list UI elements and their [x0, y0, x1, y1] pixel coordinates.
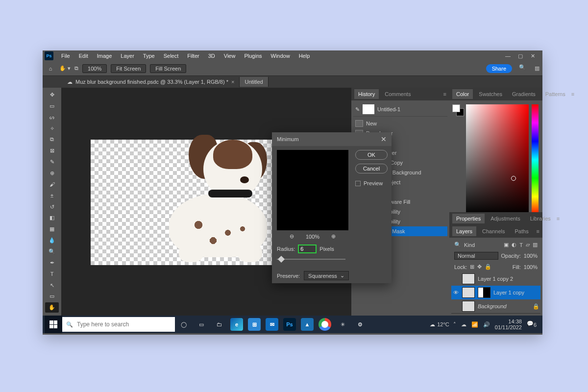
- close-tab-icon[interactable]: ×: [231, 79, 234, 85]
- lock-position-icon[interactable]: ✥: [477, 264, 482, 270]
- system-tray[interactable]: ˄ ☁ 📶 🔊 14:3801/11/2022 💬6: [449, 318, 540, 330]
- fit-screen-button[interactable]: Fit Screen: [111, 64, 146, 73]
- photoshop-taskbar-icon[interactable]: Ps: [281, 316, 298, 333]
- color-panel[interactable]: [449, 100, 542, 212]
- minimize-button[interactable]: ―: [505, 53, 511, 59]
- arrange-icon[interactable]: ▥: [535, 65, 539, 72]
- share-button[interactable]: Share: [486, 64, 512, 73]
- hue-slider[interactable]: [532, 104, 539, 212]
- stamp-tool[interactable]: ±: [45, 191, 59, 201]
- cloud-sync-icon[interactable]: ☁: [461, 321, 466, 328]
- panel-menu-icon[interactable]: ≡: [571, 91, 574, 97]
- color-field[interactable]: [466, 104, 529, 212]
- fill-screen-button[interactable]: Fill Screen: [150, 64, 186, 73]
- filter-preview[interactable]: [277, 150, 348, 230]
- properties-tab[interactable]: Properties: [452, 214, 485, 223]
- dialog-titlebar[interactable]: Minimum ✕: [272, 132, 392, 146]
- menu-3d[interactable]: 3D: [204, 51, 219, 60]
- libraries-tab[interactable]: Libraries: [526, 214, 555, 223]
- gradient-tool[interactable]: ▦: [45, 224, 59, 234]
- blur-tool[interactable]: 💧: [45, 235, 59, 245]
- adjustments-tab[interactable]: Adjustments: [487, 214, 524, 223]
- visibility-icon[interactable]: 👁: [452, 290, 459, 295]
- panel-menu-icon[interactable]: ≡: [537, 228, 539, 234]
- chrome-icon[interactable]: [316, 316, 334, 333]
- history-brush-tool[interactable]: ↺: [45, 202, 59, 212]
- swatches-tab[interactable]: Swatches: [475, 89, 506, 99]
- scroll-all-icon[interactable]: ⧉: [74, 65, 78, 72]
- history-tab[interactable]: History: [354, 89, 379, 99]
- menu-select[interactable]: Select: [160, 51, 183, 60]
- weather-widget[interactable]: ☁ 12°C: [430, 321, 449, 328]
- document-canvas[interactable]: [91, 140, 279, 265]
- gradients-tab[interactable]: Gradients: [508, 89, 539, 99]
- maximize-button[interactable]: ▢: [518, 53, 524, 59]
- frame-tool[interactable]: ⊠: [45, 146, 59, 156]
- edge-icon[interactable]: e: [228, 316, 245, 333]
- brush-tool[interactable]: 🖌: [45, 179, 59, 190]
- layer-row[interactable]: 👁Layer 1 copy: [451, 286, 540, 299]
- filter-pixel-icon[interactable]: ▣: [504, 242, 509, 248]
- opacity-value[interactable]: 100%: [524, 253, 538, 259]
- clock[interactable]: 14:3801/11/2022: [495, 318, 522, 330]
- menu-edit[interactable]: Edit: [75, 51, 92, 60]
- home-icon[interactable]: ⌂: [46, 64, 55, 73]
- doc-tab-1[interactable]: ☁ Muz blur background finished.psdc @ 33…: [62, 77, 240, 87]
- zoom-out-icon[interactable]: ⊖: [290, 233, 294, 240]
- ok-button[interactable]: OK: [355, 150, 388, 160]
- settings-icon[interactable]: ⚙: [351, 316, 369, 333]
- shape-tool[interactable]: ▭: [45, 291, 59, 301]
- notifications-icon[interactable]: 💬6: [527, 320, 537, 328]
- path-tool[interactable]: ↖: [45, 280, 59, 291]
- task-view-icon[interactable]: ▭: [193, 316, 210, 333]
- search-input[interactable]: [77, 321, 171, 328]
- explorer-icon[interactable]: 🗀: [210, 316, 228, 333]
- tray-chevron-icon[interactable]: ˄: [453, 321, 456, 328]
- photos-icon[interactable]: ▲: [298, 316, 316, 333]
- zoom-level[interactable]: 100%: [82, 64, 107, 73]
- hand-tool[interactable]: ✋: [45, 302, 59, 313]
- channels-tab[interactable]: Channels: [478, 226, 509, 236]
- cancel-button[interactable]: Cancel: [355, 164, 388, 173]
- kind-filter[interactable]: 🔍: [454, 242, 461, 248]
- search-icon[interactable]: 🔍: [519, 64, 528, 73]
- menu-layer[interactable]: Layer: [117, 51, 138, 60]
- taskbar-search[interactable]: 🔍: [62, 317, 175, 332]
- filter-type-icon[interactable]: T: [519, 242, 523, 248]
- blend-mode-dropdown[interactable]: Normal: [454, 252, 498, 260]
- dialog-close-icon[interactable]: ✕: [381, 135, 387, 143]
- heal-tool[interactable]: ⊕: [45, 168, 59, 178]
- marquee-tool[interactable]: ▭: [45, 101, 59, 111]
- store-icon[interactable]: ⊞: [245, 316, 263, 333]
- menu-view[interactable]: View: [220, 51, 240, 60]
- color-tab[interactable]: Color: [452, 89, 473, 99]
- paths-tab[interactable]: Paths: [511, 226, 533, 236]
- eyedropper-tool[interactable]: ✎: [45, 157, 59, 167]
- crop-tool[interactable]: ⧉: [45, 134, 59, 145]
- fill-value[interactable]: 100%: [524, 264, 538, 270]
- patterns-tab[interactable]: Patterns: [541, 89, 569, 99]
- panel-menu-icon[interactable]: ≡: [557, 216, 560, 221]
- dodge-tool[interactable]: 🔍: [45, 246, 59, 257]
- history-snapshot[interactable]: ✎ Untitled-1: [353, 102, 447, 117]
- menu-type[interactable]: Type: [139, 51, 159, 60]
- menu-window[interactable]: Window: [267, 51, 294, 60]
- move-tool[interactable]: ✥: [45, 90, 59, 100]
- menu-plugins[interactable]: Plugins: [240, 51, 266, 60]
- wifi-icon[interactable]: 📶: [471, 321, 478, 328]
- eraser-tool[interactable]: ◧: [45, 213, 59, 223]
- filter-adj-icon[interactable]: ◐: [512, 242, 516, 248]
- fg-bg-swatch[interactable]: [452, 104, 464, 116]
- wand-tool[interactable]: ✧: [45, 123, 59, 134]
- volume-icon[interactable]: 🔊: [483, 321, 490, 328]
- zoom-in-icon[interactable]: ⊕: [331, 233, 336, 240]
- menu-image[interactable]: Image: [93, 51, 116, 60]
- pen-tool[interactable]: ✒: [45, 258, 59, 268]
- filter-smart-icon[interactable]: ▥: [533, 242, 538, 248]
- lock-pixels-icon[interactable]: ⊞: [470, 264, 474, 270]
- filter-shape-icon[interactable]: ▱: [526, 242, 530, 248]
- history-item[interactable]: New: [353, 119, 447, 128]
- panel-menu-icon[interactable]: ≡: [443, 91, 446, 97]
- menu-filter[interactable]: Filter: [183, 51, 203, 60]
- menu-file[interactable]: File: [57, 51, 74, 60]
